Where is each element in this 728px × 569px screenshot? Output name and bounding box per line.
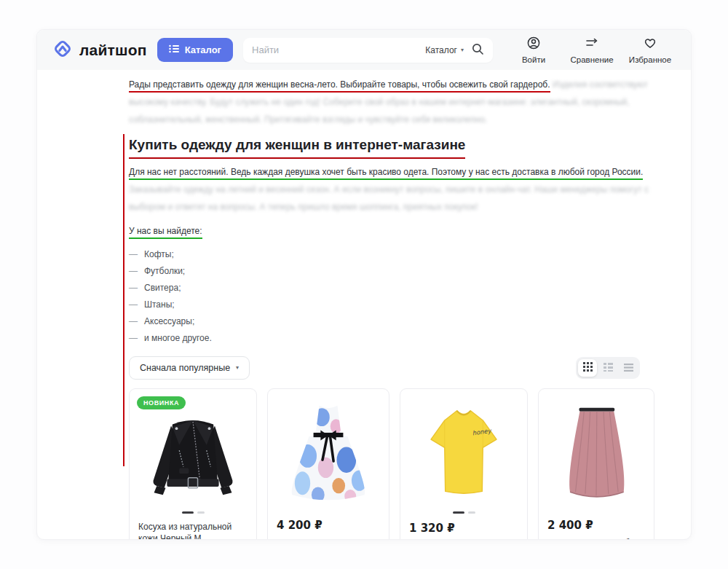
- assortment-list: —Кофты; —Футболки; —Свитера; —Штаны; —Ак…: [129, 248, 640, 345]
- delivery-highlight: Для нас нет расстояний. Ведь каждая деву…: [129, 167, 643, 180]
- dash-bullet: —: [129, 315, 138, 328]
- login-button[interactable]: Войти: [507, 36, 560, 64]
- product-title[interactable]: Плиссированная юбка: [547, 537, 645, 540]
- annotation-vertical-line: [123, 134, 124, 466]
- flower-dress-image[interactable]: [277, 398, 380, 513]
- inactive-dot: [197, 511, 205, 514]
- list-item: —Футболки;: [129, 264, 640, 278]
- logo[interactable]: лайтшоп: [52, 38, 147, 63]
- chevron-down-icon: ▾: [461, 47, 464, 53]
- sort-label: Сначала популярные: [140, 363, 230, 373]
- list-item: —и многое другое.: [129, 331, 640, 345]
- chevron-down-icon: ▾: [236, 365, 239, 371]
- search-bar: Каталог ▾: [243, 38, 493, 63]
- page-title: Купить одежду для женщин в интернет-мага…: [129, 137, 640, 159]
- dash-bullet: —: [129, 298, 138, 311]
- list-item: —Кофты;: [129, 248, 640, 261]
- compare-button[interactable]: Сравнение: [566, 36, 618, 64]
- view-list-button[interactable]: [619, 359, 638, 377]
- new-badge: НОВИНКА: [137, 396, 186, 409]
- search-scope-dropdown[interactable]: Каталог ▾: [425, 45, 464, 55]
- login-label: Войти: [522, 55, 545, 64]
- favorites-button[interactable]: Избранное: [624, 36, 676, 64]
- catalog-button-label: Каталог: [185, 44, 221, 55]
- yellow-tshirt-image[interactable]: honey: [409, 398, 518, 507]
- product-price: 1 320 ₽: [409, 522, 518, 535]
- inactive-dot: [468, 511, 475, 514]
- header-actions: Войти Сравнение: [507, 36, 676, 64]
- tile-list-icon: [604, 362, 613, 374]
- product-price: 2 400 ₽: [547, 519, 645, 532]
- active-dot: [453, 511, 464, 514]
- sort-dropdown[interactable]: Сначала популярные ▾: [129, 356, 250, 380]
- product-grid: НОВИНКА: [129, 388, 640, 540]
- search-icon[interactable]: [471, 42, 484, 58]
- delivery-paragraph: Для нас нет расстояний. Ведь каждая деву…: [129, 163, 678, 216]
- heart-icon: [643, 36, 657, 53]
- page: лайтшоп Каталог Каталог ▾: [0, 0, 728, 569]
- list-item: —Свитера;: [129, 281, 640, 294]
- compare-label: Сравнение: [570, 55, 613, 64]
- product-card-yellow-tshirt[interactable]: honey 1 320 ₽ Футболка женская с принтом…: [400, 388, 528, 540]
- dash-bullet: —: [129, 331, 138, 345]
- catalog-button[interactable]: Каталог: [157, 38, 233, 62]
- dash-bullet: —: [129, 248, 138, 261]
- pleated-skirt-image[interactable]: [547, 398, 645, 513]
- delivery-blurred-text: Заказывайте одежду на летний и весенний …: [129, 184, 649, 212]
- dash-bullet: —: [129, 264, 138, 278]
- view-toggle: [576, 357, 640, 379]
- product-title[interactable]: Платье с цветами XXXL: [277, 537, 380, 540]
- active-dot: [182, 511, 194, 514]
- catalog-toolbar: Сначала популярные ▾: [129, 356, 640, 380]
- search-scope-label: Каталог: [425, 45, 457, 55]
- intro-paragraph: Рады представить одежду для женщин весна…: [129, 76, 678, 128]
- list-intro: У нас вы найдете:: [129, 226, 202, 239]
- view-tile-button[interactable]: [598, 359, 617, 377]
- image-pagination-dots[interactable]: [138, 509, 248, 516]
- product-price: 4 200 ₽: [277, 519, 380, 532]
- content-card: лайтшоп Каталог Каталог ▾: [36, 29, 692, 540]
- favorites-label: Избранное: [629, 55, 671, 64]
- product-card-leather-jacket[interactable]: НОВИНКА: [129, 388, 257, 540]
- compare-icon: [585, 36, 599, 53]
- product-title[interactable]: Косуха из натуральной кожи Черный М: [138, 521, 248, 540]
- product-card-flower-dress[interactable]: 4 200 ₽ Платье с цветами XXXL ★ 0 В нали…: [267, 388, 389, 540]
- dash-bullet: —: [129, 281, 138, 294]
- list-item: —Штаны;: [129, 298, 640, 311]
- main-content: Рады представить одежду для женщин весна…: [37, 76, 691, 540]
- view-grid-button[interactable]: [578, 359, 597, 377]
- image-pagination-dots[interactable]: [409, 509, 518, 516]
- list-icon: [169, 44, 179, 55]
- grid-icon: [583, 362, 593, 374]
- logo-text: лайтшоп: [79, 42, 147, 59]
- intro-highlight: Рады представить одежду для женщин весна…: [129, 79, 550, 93]
- logo-diamond-icon: [52, 38, 74, 63]
- product-card-pleated-skirt[interactable]: 2 400 ₽ Плиссированная юбка ★ 0 В наличи…: [538, 388, 654, 540]
- search-input[interactable]: [252, 44, 418, 55]
- leather-jacket-image[interactable]: [138, 398, 248, 507]
- list-item: —Аксессуары;: [129, 315, 640, 328]
- user-icon: [526, 36, 541, 53]
- site-header: лайтшоп Каталог Каталог ▾: [37, 30, 691, 70]
- list-rows-icon: [624, 363, 633, 374]
